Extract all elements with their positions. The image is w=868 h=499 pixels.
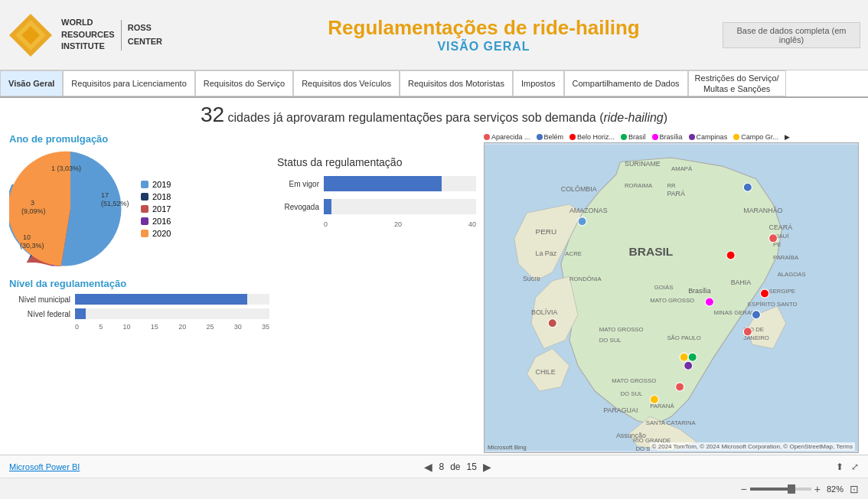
- svg-text:MATO GROSSO: MATO GROSSO: [650, 297, 694, 304]
- level-bar-fill-municipal: [75, 294, 247, 305]
- page-sub-title: VISÃO GERAL: [245, 40, 723, 54]
- nav-item-restricoes[interactable]: Restrições do Serviço/Multas e Sanções: [688, 70, 786, 96]
- map-dot-city-sp: [680, 353, 688, 361]
- map-legend-label-belem: Belém: [544, 133, 564, 141]
- legend-label-2020: 2020: [152, 229, 171, 238]
- prev-page-button[interactable]: ◀: [424, 461, 432, 473]
- status-fill-em-vigor: [324, 176, 442, 191]
- status-label-revogada: Revogada: [277, 203, 319, 211]
- legend-item-2018: 2018: [141, 192, 171, 201]
- legend-dot-2016: [141, 217, 148, 225]
- share-icon[interactable]: ⬆: [836, 461, 844, 472]
- svg-text:SÃO PAULO: SÃO PAULO: [667, 334, 700, 341]
- legend-label-2018: 2018: [152, 192, 171, 201]
- svg-text:BOLÍVIA: BOLÍVIA: [531, 308, 558, 316]
- legend-dot-2019: [141, 181, 148, 188]
- svg-text:CHILE: CHILE: [536, 368, 556, 376]
- headline: 32 cidades já aprovaram regulamentações …: [9, 103, 859, 127]
- map-legend-label-belo-horizonte: Belo Horiz...: [577, 133, 615, 141]
- status-bar-em-vigor: Em vigor: [277, 176, 476, 191]
- level-bar-municipal: Nível municipal: [9, 294, 269, 305]
- zoom-value: 82%: [827, 484, 844, 494]
- nav-item-compartilhamento[interactable]: Compartilhamento de Dados: [564, 70, 688, 96]
- map-dot-city-fortaleza: [769, 234, 778, 243]
- svg-text:Brasília: Brasília: [688, 287, 711, 295]
- navigation: Visão Geral Requisitos para Licenciament…: [0, 70, 868, 98]
- map-dot-city-brasilia: [705, 298, 713, 306]
- page-separator: de: [450, 461, 460, 472]
- map-dot-brasilia: [652, 134, 658, 140]
- nav-item-impostos[interactable]: Impostos: [513, 70, 564, 96]
- svg-text:RR: RR: [667, 182, 676, 189]
- map-dot-city-manaus: [578, 217, 586, 226]
- map-dot-city-cuiaba: [548, 319, 556, 328]
- map-dot-city-campinas: [684, 361, 693, 370]
- fullscreen-icon[interactable]: ⤢: [851, 461, 859, 472]
- map-dot-city-rio: [743, 328, 752, 336]
- map-frame: BRASIL PERU BOLÍVIA PARAGUAI CHILE Assun…: [484, 142, 859, 453]
- map-dot-campo-grande: [733, 134, 739, 140]
- map-dot-city-sp2: [688, 353, 697, 361]
- pie-container: 17 (51,52%) 10 (30,3%) 3 (9,09%) 1 (3,03…: [9, 148, 269, 270]
- footer: Microsoft Power BI ◀ 8 de 15 ▶ ⬆ ⤢: [0, 455, 868, 478]
- legend-dot-2020: [141, 230, 148, 237]
- wri-logo-icon: [8, 12, 54, 58]
- svg-text:(51,52%): (51,52%): [101, 200, 129, 207]
- legend-dot-2018: [141, 193, 148, 201]
- map-dot-brasil: [621, 134, 627, 140]
- nav-item-veiculos[interactable]: Requisitos dos Veículos: [293, 70, 400, 96]
- map-legend-aparecida: Aparecida ...: [484, 133, 530, 141]
- svg-text:(9,09%): (9,09%): [21, 207, 46, 215]
- powerbi-link[interactable]: Microsoft Power BI: [9, 462, 80, 471]
- level-chart-title: Nível da regulamentação: [9, 278, 269, 289]
- svg-text:DO SUL: DO SUL: [620, 390, 643, 397]
- status-chart-title: Status da regulamentação: [277, 156, 476, 168]
- pie-legend: 2019 2018 2017 2016: [141, 180, 171, 238]
- svg-text:BAHIA: BAHIA: [731, 279, 752, 286]
- nav-item-visao-geral[interactable]: Visão Geral: [0, 70, 63, 96]
- map-legend-belo-horizonte: Belo Horiz...: [569, 133, 615, 141]
- zoom-minus-button[interactable]: −: [741, 483, 747, 495]
- nav-item-servico[interactable]: Requisitos do Serviço: [195, 70, 293, 96]
- ross-center-label: ROSS CENTER: [128, 21, 162, 48]
- status-track-em-vigor: [324, 176, 476, 191]
- map-dot-belo-horizonte: [569, 134, 576, 140]
- zoom-plus-button[interactable]: +: [814, 483, 821, 495]
- pie-section: Ano de promulgação: [9, 133, 269, 270]
- zoom-handle[interactable]: [788, 484, 795, 494]
- map-section: Aparecida ... Belém Belo Horiz... Brasil…: [484, 133, 859, 453]
- next-page-button[interactable]: ▶: [483, 461, 491, 473]
- map-dot-city-belem: [743, 183, 752, 191]
- pie-label-2019: 17: [101, 191, 109, 199]
- legend-item-2016: 2016: [141, 217, 171, 226]
- fit-page-icon[interactable]: ⊡: [850, 483, 859, 495]
- charts-row: Ano de promulgação: [9, 133, 859, 453]
- map-legend-campinas: Campinas: [689, 133, 728, 141]
- map-legend-campo-grande: Campo Gr...: [733, 133, 778, 141]
- level-bar-label-municipal: Nível municipal: [9, 295, 70, 304]
- svg-text:DO SUL: DO SUL: [599, 337, 622, 344]
- map-legend-label-campinas: Campinas: [697, 133, 728, 141]
- map-dot-aparecida: [484, 134, 490, 140]
- svg-text:RORAIMA: RORAIMA: [625, 182, 653, 189]
- map-legend-brasilia: Brasília: [652, 133, 683, 141]
- nav-item-licenciamento[interactable]: Requisitos para Licenciamento: [63, 70, 194, 96]
- map-dot-city-porto-alegre: [676, 383, 684, 391]
- svg-text:ALAGOAS: ALAGOAS: [778, 271, 806, 278]
- svg-text:Sucre: Sucre: [523, 275, 540, 282]
- svg-text:ESPÍRITO SANTO: ESPÍRITO SANTO: [748, 301, 798, 308]
- city-count: 32: [201, 103, 224, 126]
- map-bing-logo: Microsoft Bing: [488, 444, 527, 451]
- svg-text:CEARÁ: CEARÁ: [769, 223, 793, 231]
- zoom-slider[interactable]: [750, 488, 811, 491]
- total-pages: 15: [467, 461, 477, 472]
- logo-area: WORLD RESOURCES INSTITUTE ROSS CENTER: [8, 12, 245, 58]
- map-legend-more[interactable]: ▶: [785, 133, 790, 141]
- level-bar-track-federal: [75, 308, 269, 319]
- nav-item-motoristas[interactable]: Requisitos dos Motoristas: [400, 70, 513, 96]
- logo-divider: [121, 20, 122, 51]
- svg-text:(30,3%): (30,3%): [20, 242, 44, 250]
- status-bar-revogada: Revogada: [277, 199, 476, 214]
- map-legend: Aparecida ... Belém Belo Horiz... Brasil…: [484, 133, 859, 141]
- svg-text:COLÔMBIA: COLÔMBIA: [561, 185, 597, 193]
